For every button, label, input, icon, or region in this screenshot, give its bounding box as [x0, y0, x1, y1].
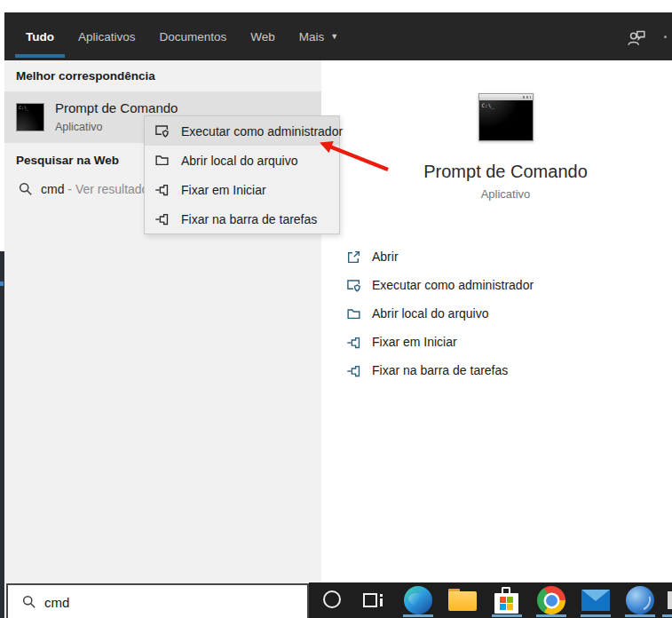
pin-icon	[154, 211, 170, 226]
globe-app-icon[interactable]	[626, 586, 654, 614]
pin-icon	[346, 363, 361, 378]
ms-square-red	[500, 597, 506, 603]
more-options-icon[interactable]	[664, 36, 667, 38]
action-fixar-em-iniciar[interactable]: Fixar em Iniciar	[346, 328, 534, 356]
web-result-text: cmd - Ver resultado	[41, 182, 146, 196]
ms-square-yellow	[507, 604, 513, 610]
app-actions-list: Abrir Executar como administrador Abrir …	[346, 242, 534, 384]
action-label: Abrir local do arquivo	[372, 306, 489, 321]
action-label: Executar como administrador	[372, 278, 534, 292]
action-abrir[interactable]: Abrir	[346, 242, 534, 271]
web-search-header: Pesquisar na Web	[16, 154, 119, 167]
action-label: Fixar na barra de tarefas	[372, 363, 508, 377]
tab-mais[interactable]: Mais ▼	[299, 12, 338, 60]
cmd-icon-titlebar	[479, 94, 533, 100]
app-title: Prompt de Comando	[339, 162, 672, 182]
file-location-icon	[154, 153, 170, 168]
running-indicator-edge	[403, 614, 433, 617]
taskbar	[309, 582, 672, 618]
tab-documentos[interactable]: Documentos	[160, 12, 227, 60]
microsoft-store-icon[interactable]	[494, 587, 520, 614]
menu-item-abrir-local-do-arquivo[interactable]: Abrir local do arquivo	[145, 146, 339, 175]
running-indicator-clipped	[662, 614, 672, 617]
action-abrir-local-do-arquivo[interactable]: Abrir local do arquivo	[346, 299, 534, 328]
action-fixar-na-barra-de-tarefas[interactable]: Fixar na barra de tarefas	[346, 356, 534, 384]
running-indicator-mail	[581, 614, 611, 617]
edge-icon[interactable]	[404, 586, 432, 614]
result-subtitle: Aplicativo	[55, 121, 103, 133]
ms-square-blue	[500, 604, 506, 610]
clipped-taskbar-icon	[668, 591, 672, 609]
menu-item-label: Fixar na barra de tarefas	[181, 212, 317, 226]
running-indicator-globe-app	[625, 614, 655, 617]
cortana-icon[interactable]	[323, 590, 341, 608]
pin-icon	[154, 182, 170, 197]
context-menu: Executar como administrador Abrir local …	[144, 115, 340, 234]
cmd-icon-body	[479, 100, 533, 140]
tab-label: Documentos	[160, 30, 227, 44]
ms-square-green	[507, 597, 513, 603]
open-icon	[346, 250, 361, 265]
cmd-terminal-icon-large	[478, 93, 534, 141]
tab-web[interactable]: Web	[250, 12, 275, 60]
search-input-value[interactable]: cmd	[44, 595, 69, 610]
search-flyout-topbar: Tudo Aplicativos Documentos Web Mais ▼	[4, 12, 672, 60]
mail-icon[interactable]	[581, 590, 610, 611]
running-indicator-chrome	[536, 614, 566, 617]
user-feedback-icon[interactable]	[627, 28, 646, 48]
store-bag-body	[494, 593, 518, 614]
action-executar-como-administrador[interactable]: Executar como administrador	[346, 271, 534, 299]
menu-item-label: Executar como administrador	[181, 124, 343, 139]
cmd-terminal-icon	[16, 103, 44, 131]
tab-tudo[interactable]: Tudo	[26, 12, 54, 60]
web-query: cmd	[41, 182, 64, 196]
file-location-icon	[346, 306, 361, 321]
action-label: Abrir	[372, 250, 399, 264]
menu-item-executar-como-administrador[interactable]: Executar como administrador	[145, 116, 339, 146]
app-subtitle: Aplicativo	[339, 187, 672, 201]
filter-tabs: Tudo Aplicativos Documentos Web Mais ▼	[26, 12, 338, 60]
pin-icon	[346, 335, 361, 350]
running-indicator-store	[492, 614, 522, 617]
file-explorer-icon[interactable]	[448, 589, 477, 612]
desktop-artifact	[0, 281, 4, 286]
tab-label: Tudo	[26, 30, 54, 44]
app-preview-panel: Prompt de Comando Aplicativo Abrir Execu…	[321, 60, 672, 584]
tab-label: Web	[250, 30, 275, 44]
tab-aplicativos[interactable]: Aplicativos	[78, 12, 136, 60]
tab-label: Mais	[299, 30, 325, 44]
tab-label: Aplicativos	[78, 30, 136, 44]
task-view-icon[interactable]	[362, 590, 383, 611]
run-as-admin-icon	[154, 123, 170, 139]
search-icon	[21, 594, 36, 609]
chevron-down-icon: ▼	[330, 32, 338, 41]
taskbar-search-box[interactable]: cmd	[6, 583, 309, 618]
search-icon	[18, 181, 33, 196]
web-suffix: - Ver resultado	[64, 182, 146, 196]
chrome-icon[interactable]	[537, 586, 565, 614]
menu-item-label: Fixar em Iniciar	[181, 183, 266, 197]
active-tab-indicator	[15, 54, 65, 58]
best-match-header: Melhor correspondência	[16, 69, 155, 83]
run-as-admin-icon	[346, 278, 361, 293]
menu-item-label: Abrir local do arquivo	[181, 154, 298, 168]
menu-item-fixar-na-barra-de-tarefas[interactable]: Fixar na barra de tarefas	[145, 204, 339, 234]
action-label: Fixar em Iniciar	[372, 335, 457, 349]
menu-item-fixar-em-iniciar[interactable]: Fixar em Iniciar	[145, 175, 339, 204]
result-title: Prompt de Comando	[55, 100, 178, 115]
